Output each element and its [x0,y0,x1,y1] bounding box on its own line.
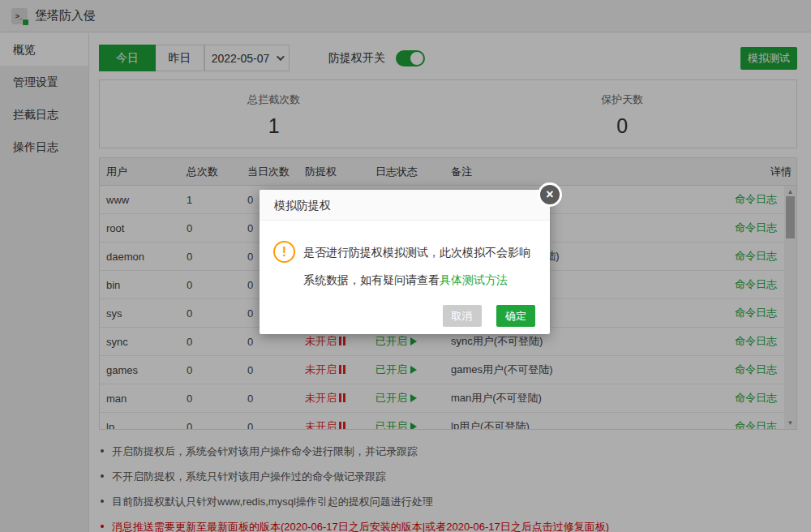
simulate-dialog: × 模拟防提权 ! 是否进行防提权模拟测试，此次模拟不会影响系统数据，如有疑问请… [260,190,550,334]
dialog-footer: 取消 确定 [443,305,535,327]
close-icon[interactable]: × [538,182,562,207]
test-method-link[interactable]: 具体测试方法 [440,273,508,286]
dialog-title: 模拟防提权 [260,190,550,221]
warning-icon: ! [273,241,295,263]
app-window: >_ 堡塔防入侵 概览 管理设置 拦截日志 操作日志 今日 昨日 2022-05… [0,0,811,532]
cancel-button[interactable]: 取消 [443,305,482,327]
dialog-body: ! 是否进行防提权模拟测试，此次模拟不会影响系统数据，如有疑问请查看具体测试方法 [260,221,550,294]
confirm-button[interactable]: 确定 [496,305,535,327]
dialog-message: 是否进行防提权模拟测试，此次模拟不会影响系统数据，如有疑问请查看具体测试方法 [303,238,539,294]
